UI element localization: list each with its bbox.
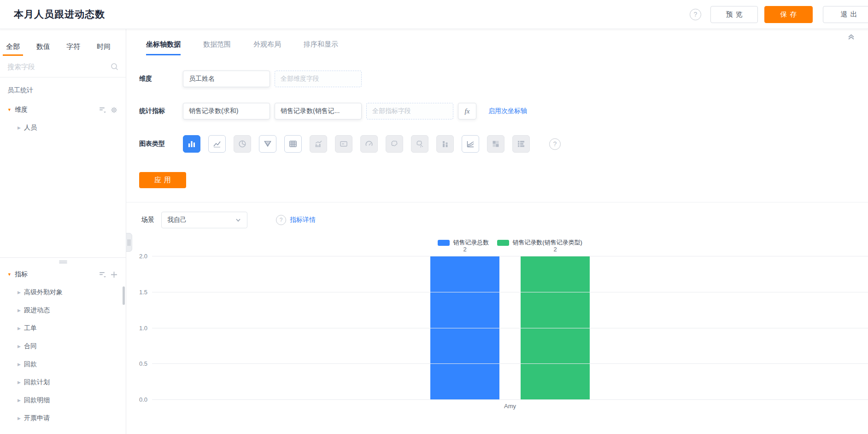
caret-right-icon: ▶ (18, 344, 21, 349)
field-search-row (0, 56, 126, 77)
sidebar-tab-numeric[interactable]: 数值 (33, 42, 53, 56)
tab-data-range[interactable]: 数据范围 (203, 40, 231, 55)
chart-type-multi-line-icon[interactable] (462, 135, 479, 153)
sidebar-scrollbar[interactable] (123, 286, 125, 305)
metric-field-1[interactable]: 销售记录数(求和) (183, 103, 270, 119)
metric-label: 统计指标 (139, 107, 183, 115)
chart-type-table-icon[interactable] (284, 135, 302, 153)
dimension-label: 维度 (139, 75, 183, 83)
preview-button[interactable]: 预览 (710, 6, 758, 23)
chart-type-bar-icon[interactable] (183, 135, 200, 153)
field-sidebar: 全部 数值 字符 时间 员工统计 ▼ 维度 (0, 29, 126, 434)
dimension-section-label: 维度 (15, 106, 28, 114)
dimension-row: 维度 员工姓名 全部维度字段 (139, 71, 868, 87)
chart-type-funnel-icon[interactable] (259, 135, 276, 153)
metric-field-2[interactable]: 销售记录数(销售记... (275, 103, 362, 119)
chart-type-gauge-icon[interactable] (360, 135, 378, 153)
sort-icon[interactable] (99, 271, 106, 278)
tab-sort-display[interactable]: 排序和显示 (304, 40, 338, 55)
dataset-label: 员工统计 (0, 77, 126, 95)
sidebar-item-metric[interactable]: ▶ 工单 (0, 324, 126, 333)
caret-right-icon: ▶ (18, 326, 21, 331)
metric-placeholder-field[interactable]: 全部指标字段 (366, 103, 453, 119)
sidebar-tab-text[interactable]: 字符 (63, 42, 83, 56)
y-tick-label: 1.0 (139, 324, 147, 331)
chart-type-line-icon[interactable] (208, 135, 226, 153)
gridline (152, 363, 868, 364)
dimension-placeholder-field[interactable]: 全部维度字段 (275, 71, 362, 87)
chart-type-pie-icon[interactable] (234, 135, 251, 153)
y-tick-label: 2.0 (139, 253, 147, 260)
sidebar-item-metric[interactable]: ▶ 回款计划 (0, 378, 126, 386)
sidebar-item-person[interactable]: ▶ 人员 (0, 124, 126, 132)
metric-detail-link[interactable]: 指标详情 (290, 216, 316, 224)
sidebar-tab-time[interactable]: 时间 (94, 42, 114, 56)
metric-detail-help-icon[interactable]: ? (276, 215, 286, 225)
secondary-axis-link[interactable]: 启用次坐标轴 (488, 107, 527, 115)
bar-value-label: 2 (521, 246, 590, 253)
sidebar-item-metric[interactable]: ▶ 回款明细 (0, 396, 126, 404)
section-divider (126, 202, 868, 202)
legend-item[interactable]: 销售记录数(销售记录类型) (497, 239, 582, 246)
search-icon (111, 63, 118, 71)
save-button[interactable]: 保存 (764, 6, 813, 23)
metric-section-label: 指标 (15, 270, 28, 279)
y-tick-label: 1.5 (139, 288, 147, 295)
scene-row: 场景 我自己 ? 指标详情 (126, 212, 868, 228)
caret-right-icon: ▶ (18, 380, 21, 385)
chart-type-heatmap-icon[interactable] (487, 135, 504, 153)
sidebar-tabs: 全部 数值 字符 时间 (0, 29, 126, 56)
collapse-up-icon[interactable] (847, 33, 855, 41)
caret-down-icon: ▼ (7, 107, 12, 112)
sidebar-item-metric[interactable]: ▶ 跟进动态 (0, 306, 126, 315)
metric-section-header[interactable]: ▼ 指标 (0, 270, 126, 279)
sidebar-tab-all[interactable]: 全部 (3, 42, 23, 56)
exit-button[interactable]: 退出 (823, 6, 868, 23)
chevron-down-icon (235, 217, 241, 223)
top-bar: 本月人员跟进动态数 ? 预览 保存 退出 (0, 0, 868, 29)
legend-swatch-green (497, 240, 509, 246)
chart-type-row-list-icon[interactable] (512, 135, 530, 153)
chart-type-card-icon[interactable] (335, 135, 352, 153)
chart-plot-area: 22 2.01.51.00.50.0 (152, 256, 868, 399)
y-tick-label: 0.0 (139, 396, 147, 403)
scene-label: 场景 (141, 216, 154, 224)
gridline (152, 328, 868, 328)
caret-right-icon: ▶ (18, 362, 21, 367)
metric-row: 统计指标 销售记录数(求和) 销售记录数(销售记... 全部指标字段 fx 启用… (139, 103, 868, 119)
chart-type-stacked-bar-icon[interactable] (436, 135, 454, 153)
chart-type-bubble-map-icon[interactable] (411, 135, 428, 153)
chart-type-row: 图表类型 (139, 135, 868, 153)
dimension-section-header[interactable]: ▼ 维度 (0, 106, 126, 114)
sidebar-collapse-handle[interactable] (126, 233, 132, 252)
caret-right-icon: ▶ (18, 416, 21, 421)
page-title: 本月人员跟进动态数 (14, 8, 105, 21)
header-help-icon[interactable]: ? (690, 9, 701, 20)
apply-button[interactable]: 应用 (139, 172, 186, 188)
tab-appearance[interactable]: 外观布局 (253, 40, 281, 55)
chart-type-map-icon[interactable] (386, 135, 403, 153)
sort-icon[interactable] (99, 107, 106, 113)
bar-chart: 销售记录总数 销售记录数(销售记录类型) 22 2.01.51.00.50.0 … (126, 233, 868, 410)
caret-right-icon: ▶ (18, 125, 21, 130)
sidebar-item-metric[interactable]: ▶ 开票申请 (0, 414, 126, 422)
config-main: 坐标轴数据 数据范围 外观布局 排序和显示 维度 员工姓名 全部维度字段 统计指… (126, 29, 868, 434)
scene-select[interactable]: 我自己 (161, 212, 247, 228)
bar-value-label: 2 (430, 246, 499, 253)
tab-axis-data[interactable]: 坐标轴数据 (146, 40, 181, 55)
chart-type-help-icon[interactable]: ? (549, 138, 561, 150)
chart-type-combo-icon[interactable] (310, 135, 327, 153)
formula-fx-button[interactable]: fx (458, 103, 476, 119)
metric-section: ▼ 指标 ▶ 高级外勤对象 (0, 257, 126, 434)
legend-item[interactable]: 销售记录总数 (438, 239, 489, 246)
sidebar-item-metric[interactable]: ▶ 回款 (0, 360, 126, 369)
sidebar-item-metric[interactable]: ▶ 合同 (0, 342, 126, 351)
search-input[interactable] (7, 63, 111, 71)
plus-icon[interactable] (111, 271, 117, 278)
dimension-field[interactable]: 员工姓名 (183, 71, 270, 87)
sidebar-item-metric[interactable]: ▶ 高级外勤对象 (0, 288, 126, 297)
caret-down-icon: ▼ (7, 272, 12, 277)
gridline (152, 399, 868, 400)
gear-icon[interactable] (111, 107, 117, 113)
panel-splitter-handle[interactable] (59, 260, 67, 264)
